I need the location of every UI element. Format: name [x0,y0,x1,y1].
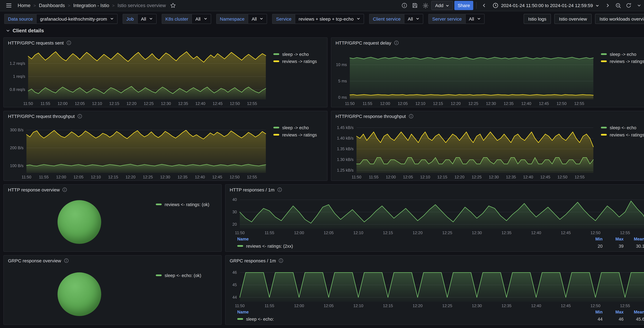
panel-info-icon[interactable] [62,187,67,192]
panel-header[interactable]: GRPC response overview [4,256,221,265]
istio-workloads-overview-link[interactable]: Istio workloads overview [595,14,644,24]
legend-table-row[interactable]: sleep <- echo: 44 46 45.6 [237,316,644,322]
svg-text:12:40: 12:40 [531,231,541,235]
filter-value-dropdown[interactable]: All [465,14,484,24]
panel-info-icon[interactable] [394,40,399,45]
legend-item[interactable]: reviews -> ratings [273,59,324,64]
panel-info-icon[interactable] [278,258,284,263]
menu-button[interactable] [4,1,14,10]
panel-info-icon[interactable] [66,40,71,45]
time-series-chart[interactable]: 44454611:5011:5512:0012:0512:1012:1512:2… [227,265,644,309]
panel-header[interactable]: HTTP/GRPC request delay [331,38,644,47]
add-button[interactable]: Add [431,1,453,10]
time-series-chart[interactable]: 20304011:5011:5512:0012:0512:1012:1512:2… [227,194,644,235]
legend-col-max[interactable]: Max [602,237,624,241]
breadcrumb-home[interactable]: Home [18,3,30,8]
legend-item[interactable]: reviews <- ratings [601,132,644,137]
panel-header[interactable]: HTTP response overview [4,185,221,194]
svg-text:12:30: 12:30 [472,231,482,235]
svg-text:12:05: 12:05 [324,231,334,235]
legend-label: reviews <- ratings [610,132,644,137]
svg-text:1 req/s: 1 req/s [13,74,25,79]
legend-item[interactable]: sleep <- echo: (ok) [156,273,217,278]
filter-job: Job All [122,14,156,24]
panel-header[interactable]: HTTP responses / 1m [226,185,644,194]
dashboard-settings-button[interactable] [421,1,430,10]
time-picker-button[interactable]: 2024-01-24 11:50:00 to 2024-01-24 12:59:… [490,1,602,10]
svg-text:12:05: 12:05 [403,175,413,179]
svg-text:12:45: 12:45 [561,231,571,235]
istio-logs-link[interactable]: Istio logs [524,14,551,24]
variables-bar: Data source grafanacloud-keithschmitty-p… [3,13,644,24]
legend-col-max[interactable]: Max [602,310,624,314]
filter-value-dropdown[interactable]: All [137,14,156,24]
svg-text:12:45: 12:45 [213,101,223,106]
chevron-down-icon [596,3,599,7]
panel-info-icon[interactable] [408,113,414,119]
legend-col-name[interactable]: Name [237,310,582,314]
svg-text:300 B/s: 300 B/s [10,128,24,132]
row-client-details-toggle[interactable]: Client details [3,27,644,34]
pie-chart-area [8,267,151,321]
legend-col-name[interactable]: Name [237,237,582,241]
filter-service: Service reviews + sleep + tcp-echo [272,14,364,24]
legend-col-mean[interactable]: Mean [624,310,644,314]
legend-item[interactable]: reviews <- ratings: (ok) [156,202,217,207]
legend-item[interactable]: sleep -> echo [273,52,324,57]
panel-http-grpc-request-throughput: HTTP/GRPC request throughput 100 B/s200 … [3,111,328,181]
time-series-chart[interactable]: 100 B/s200 B/s300 B/s11:5011:5512:0012:0… [6,121,268,180]
time-series-chart[interactable]: 0.8 req/s1 req/s1.2 req/s11:5011:5512:00… [6,47,268,106]
legend-item[interactable]: reviews -> ratings [601,59,644,64]
pie-chart[interactable] [58,200,101,244]
svg-text:12:00: 12:00 [58,101,68,106]
svg-text:12:15: 12:15 [383,304,393,308]
panel-info-icon[interactable] [277,187,282,192]
filter-value-dropdown[interactable]: All [404,14,423,24]
svg-text:10 ms: 10 ms [336,62,347,67]
legend-item[interactable]: sleep <- echo [601,125,644,130]
share-button-label: Share [458,3,470,8]
panel-header[interactable]: HTTP/GRPC requests sent [4,38,327,47]
filter-value-dropdown[interactable]: reviews + sleep + tcp-echo [295,14,364,24]
time-shift-forward-button[interactable] [603,1,612,10]
legend-table-row[interactable]: reviews <- ratings: (2xx) 20 39 30.1 [237,243,644,249]
legend-item[interactable]: sleep -> echo [273,125,324,130]
filter-value-dropdown[interactable]: grafanacloud-keithschmitty-prom [36,14,118,24]
time-series-chart[interactable]: 0 ms5 ms10 ms11:5011:5512:0012:0512:1012… [333,47,596,106]
svg-text:12:20: 12:20 [413,231,423,235]
share-button[interactable]: Share [454,1,473,10]
legend-col-mean[interactable]: Mean [624,237,644,241]
breadcrumb-integration-istio[interactable]: Integration - Istio [73,3,109,8]
svg-text:12:50: 12:50 [558,175,568,179]
svg-text:20: 20 [232,222,237,227]
time-shift-back-button[interactable] [480,1,489,10]
panel-header[interactable]: HTTP/GRPC request throughput [4,111,327,121]
stat-mean: 30.1 [624,243,644,248]
filter-value-dropdown[interactable]: All [192,14,211,24]
svg-text:12:25: 12:25 [442,231,452,235]
save-dashboard-button[interactable] [410,1,420,10]
legend-item[interactable]: reviews -> ratings [273,132,324,137]
panel-header[interactable]: HTTP/GRPC response throughput [331,111,644,121]
zoom-out-time-button[interactable] [614,1,623,10]
time-series-chart[interactable]: 1.25 kB/s1.30 kB/s1.35 kB/s1.40 kB/s1.45… [333,121,596,180]
svg-text:12:50: 12:50 [230,175,240,179]
refresh-button[interactable] [624,1,633,10]
breadcrumb-dashboards[interactable]: Dashboards [39,3,65,8]
svg-text:12:30: 12:30 [160,175,170,179]
refresh-interval-button[interactable] [634,1,644,10]
panel-info-icon[interactable] [77,113,82,119]
panel-header[interactable]: GRPC responses / 1m [226,256,644,265]
legend-marker [273,53,279,55]
legend-item[interactable]: sleep -> echo [601,52,644,57]
filter-value-dropdown[interactable]: All [248,14,267,24]
pie-chart[interactable] [58,272,101,316]
favorite-star-button[interactable] [168,1,178,10]
legend-label: sleep -> echo [282,52,309,57]
istio-overview-link[interactable]: Istio overview [554,14,592,24]
panel-info-icon[interactable] [64,258,69,263]
legend-col-min[interactable]: Min [582,310,602,314]
legend-col-min[interactable]: Min [582,237,602,241]
panel-row: HTTP/GRPC request throughput 100 B/s200 … [3,111,644,181]
dashboard-insights-button[interactable] [400,1,409,10]
